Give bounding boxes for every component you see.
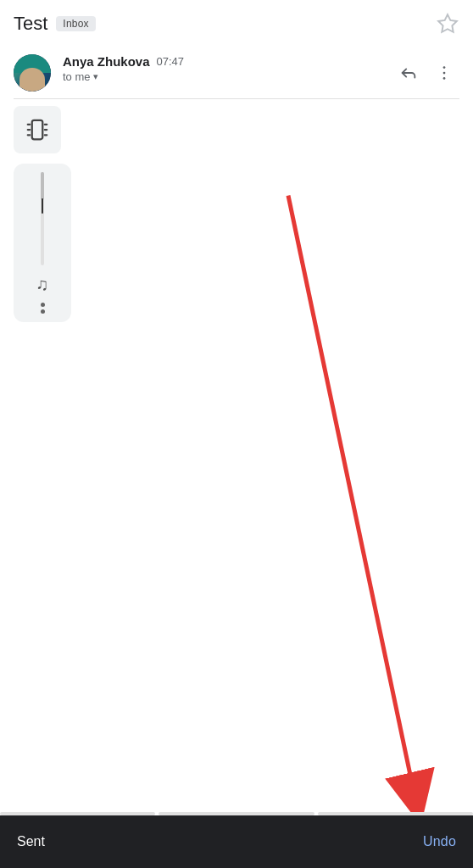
avatar [14, 54, 51, 92]
email-row: Anya Zhukova 07:47 to me ▾ [0, 44, 473, 98]
audio-player-card[interactable]: ♫ [14, 164, 71, 322]
bottom-snackbar: Sent Undo [0, 815, 473, 868]
audio-slider[interactable] [41, 172, 44, 265]
to-label: to me [63, 70, 91, 83]
email-action-buttons [393, 58, 459, 88]
undo-button[interactable]: Undo [423, 834, 456, 849]
email-metadata: Anya Zhukova 07:47 to me ▾ [63, 54, 381, 83]
reply-button[interactable] [393, 58, 424, 88]
inbox-badge[interactable]: Inbox [56, 16, 95, 31]
email-content: ♫ [0, 99, 473, 346]
header-left: Test Inbox [14, 13, 96, 35]
app-header: Test Inbox [0, 0, 473, 44]
email-time: 07:47 [157, 55, 185, 68]
svg-point-2 [443, 72, 446, 75]
svg-marker-0 [438, 14, 457, 32]
music-note-icon: ♫ [36, 275, 49, 292]
vibration-icon-card[interactable] [14, 106, 61, 153]
more-options-button[interactable] [429, 58, 459, 88]
sent-label: Sent [17, 834, 45, 849]
svg-point-3 [443, 77, 446, 80]
more-options-icon[interactable] [41, 303, 45, 314]
chevron-down-icon: ▾ [93, 71, 98, 82]
star-icon[interactable] [436, 12, 459, 36]
sender-row: Anya Zhukova 07:47 [63, 54, 381, 69]
svg-rect-4 [32, 120, 43, 140]
sender-name: Anya Zhukova [63, 54, 150, 69]
svg-point-1 [443, 66, 446, 69]
page-title: Test [14, 13, 47, 35]
email-to-field[interactable]: to me ▾ [63, 70, 381, 83]
